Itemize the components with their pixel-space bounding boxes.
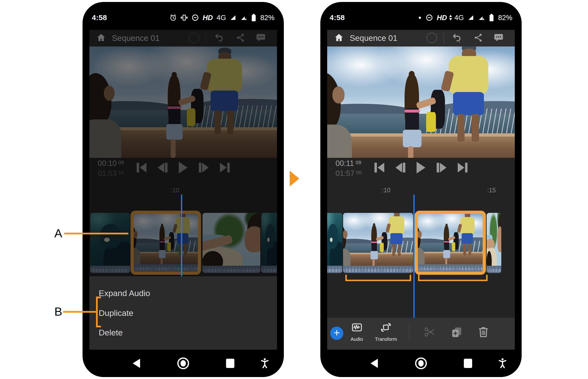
transport-controls xyxy=(327,162,515,174)
sequence-title: Sequence 01 xyxy=(112,33,160,43)
app-area: Sequence 01 00:1109 01:5700 xyxy=(327,30,515,350)
timeline-clip[interactable] xyxy=(261,213,277,273)
audio-waveform xyxy=(343,266,413,273)
updown-arrows-icon xyxy=(449,14,453,21)
timeline-clip-selected[interactable] xyxy=(131,211,201,275)
header-divider xyxy=(206,32,206,44)
duplicate-icon[interactable] xyxy=(450,326,463,339)
signal-icon xyxy=(230,14,236,21)
sequence-title: Sequence 01 xyxy=(350,33,398,43)
annotation-bracket-b xyxy=(96,297,101,327)
step-forward-icon[interactable] xyxy=(199,162,209,174)
skip-start-icon[interactable] xyxy=(374,162,384,174)
skip-start-icon[interactable] xyxy=(137,162,147,174)
callout-bracket-duplicated-clip xyxy=(418,275,487,281)
add-media-button[interactable]: + xyxy=(330,327,343,340)
sync-circle-icon[interactable] xyxy=(426,32,437,43)
app-header: Sequence 01 xyxy=(327,30,515,47)
skip-end-icon[interactable] xyxy=(458,162,468,174)
timeline-clip-duplicated[interactable] xyxy=(415,211,486,275)
home-circle-icon[interactable] xyxy=(177,358,189,369)
step-back-icon[interactable] xyxy=(158,162,168,174)
audio-tool-button[interactable]: Audio xyxy=(351,322,363,342)
edit-toolbar: + Audio Transform xyxy=(327,318,515,350)
header-divider xyxy=(443,32,444,44)
hd-indicator: HD xyxy=(202,14,213,22)
timeline-clip[interactable] xyxy=(202,213,260,273)
ruler-label: :10 xyxy=(171,187,179,194)
tutorial-canvas: 4:58 HD 4G 82% Sequence 01 xyxy=(0,0,588,379)
timeline-clip[interactable] xyxy=(487,213,501,273)
app-area: Sequence 01 00:1009 xyxy=(89,30,277,350)
playhead[interactable] xyxy=(181,194,182,283)
split-icon[interactable] xyxy=(423,326,436,339)
clip-context-menu: Expand Audio Duplicate Delete xyxy=(89,276,277,350)
recents-icon[interactable] xyxy=(464,359,472,368)
signal-x-icon xyxy=(478,14,485,21)
transform-tool-button[interactable]: Transform xyxy=(375,322,397,342)
accessibility-icon[interactable] xyxy=(497,358,508,369)
battery-icon xyxy=(251,14,257,22)
video-frame-beach xyxy=(327,47,515,158)
annotation-label-b: B xyxy=(54,306,62,317)
signal-icon xyxy=(468,14,474,21)
timeline-clip-original[interactable] xyxy=(343,213,413,273)
android-nav-bar xyxy=(89,350,277,377)
sync-circle-icon[interactable] xyxy=(189,32,199,43)
audio-icon xyxy=(351,322,362,334)
back-icon[interactable] xyxy=(370,359,378,368)
audio-waveform xyxy=(90,266,130,273)
annotation-line-a xyxy=(64,233,128,234)
feedback-icon[interactable] xyxy=(256,33,266,44)
menu-item-delete[interactable]: Delete xyxy=(89,328,277,337)
playback-controls: 00:1009 01:5316 xyxy=(89,158,277,180)
step-forward-icon[interactable] xyxy=(437,162,446,174)
status-time: 4:58 xyxy=(330,14,345,22)
home-icon[interactable] xyxy=(334,33,344,44)
accessibility-icon[interactable] xyxy=(259,358,270,369)
do-not-disturb-icon xyxy=(191,14,199,21)
annotation-line-b xyxy=(63,311,96,313)
toolbar-divider xyxy=(409,323,409,342)
recents-icon[interactable] xyxy=(226,359,234,368)
back-icon[interactable] xyxy=(133,359,140,368)
alarm-icon xyxy=(169,14,177,21)
transport-controls xyxy=(89,162,277,174)
network-type: 4G xyxy=(454,14,464,22)
phone-after: 4:58 HD 4G 82% Sequence 01 xyxy=(320,2,522,377)
home-circle-icon[interactable] xyxy=(415,358,427,369)
play-icon[interactable] xyxy=(179,162,188,174)
timeline-clip[interactable] xyxy=(90,213,130,273)
timeline: :10 xyxy=(89,180,277,350)
battery-icon xyxy=(488,14,494,22)
status-icons: HD 4G 82% xyxy=(419,14,512,22)
step-back-icon[interactable] xyxy=(396,162,405,174)
audio-waveform xyxy=(202,266,260,273)
timeline-clip[interactable] xyxy=(327,213,342,273)
delete-icon[interactable] xyxy=(477,326,489,339)
audio-waveform xyxy=(261,266,277,273)
undo-icon[interactable] xyxy=(214,32,224,44)
status-time: 4:58 xyxy=(92,14,107,22)
undo-icon[interactable] xyxy=(452,32,462,44)
status-bar: 4:58 HD 4G 82% xyxy=(327,2,515,30)
skip-end-icon[interactable] xyxy=(220,162,230,174)
transform-label: Transform xyxy=(375,336,397,342)
share-icon[interactable] xyxy=(474,33,483,43)
callout-bracket-original-clip xyxy=(345,275,411,281)
home-icon[interactable] xyxy=(96,33,106,44)
timeline: :10 :15 xyxy=(327,180,515,350)
menu-item-expand-audio[interactable]: Expand Audio xyxy=(89,288,277,298)
share-icon[interactable] xyxy=(236,33,245,43)
network-type: 4G xyxy=(217,14,226,22)
status-bar: 4:58 HD 4G 82% xyxy=(89,2,277,30)
feedback-icon[interactable] xyxy=(494,33,504,44)
play-icon[interactable] xyxy=(417,162,425,174)
video-preview xyxy=(327,47,515,158)
audio-waveform xyxy=(134,264,198,272)
menu-item-duplicate[interactable]: Duplicate xyxy=(89,308,277,318)
battery-percent: 82% xyxy=(260,14,274,22)
signal-x-icon xyxy=(240,14,247,21)
video-preview xyxy=(89,47,277,158)
orange-right-arrow-icon xyxy=(290,171,299,187)
